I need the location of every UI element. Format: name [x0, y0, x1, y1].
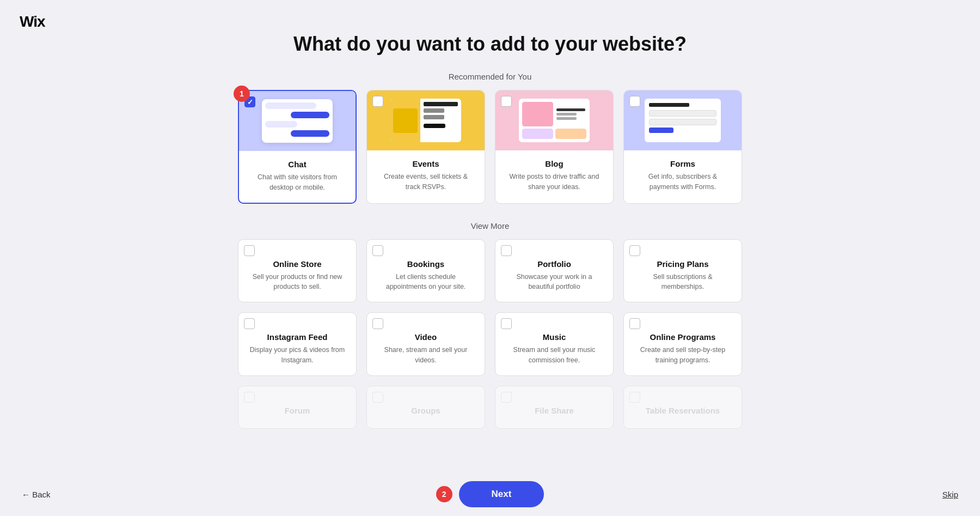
card-forms[interactable]: Forms Get info, subscribers & payments w… — [623, 90, 742, 204]
card-body-portfolio: Portfolio Showcase your work in a beauti… — [495, 240, 613, 302]
card-body-events: Events Create events, sell tickets & tra… — [367, 150, 485, 202]
checkbox-pricing-plans[interactable] — [629, 245, 640, 256]
checkbox-video[interactable] — [372, 318, 383, 329]
next-wrapper: 2 Next — [436, 481, 544, 507]
card-file-share[interactable]: File Share — [495, 386, 614, 429]
card-title-pricing-plans: Pricing Plans — [657, 259, 708, 269]
checkbox-forum[interactable] — [244, 392, 255, 403]
faded-cards-grid: Forum Groups File Share Table Reservatio… — [238, 386, 742, 429]
card-desc-video: Share, stream and sell your videos. — [376, 345, 476, 366]
wix-logo: Wix — [20, 13, 45, 31]
preview-events — [367, 90, 485, 150]
card-body-music: Music Stream and sell your music commiss… — [495, 313, 613, 375]
recommended-label: Recommended for You — [449, 72, 532, 81]
card-groups[interactable]: Groups — [366, 386, 485, 429]
recommended-cards-grid: ✓ Chat Chat with site visitors from — [238, 90, 742, 204]
card-title-instagram-feed: Instagram Feed — [267, 332, 328, 342]
card-blog[interactable]: Blog Write posts to drive traffic and sh… — [495, 90, 614, 204]
card-body-groups: Groups — [402, 386, 449, 428]
view-more-grid-1: Online Store Sell your products or find … — [238, 239, 742, 303]
checkbox-blog[interactable] — [501, 96, 512, 107]
card-title-online-store: Online Store — [273, 259, 321, 269]
card-title-chat: Chat — [288, 160, 306, 169]
card-pricing-plans[interactable]: Pricing Plans Sell subscriptions & membe… — [623, 239, 742, 303]
card-body-blog: Blog Write posts to drive traffic and sh… — [495, 150, 613, 202]
card-desc-forms: Get info, subscribers & payments with Fo… — [633, 172, 733, 192]
card-desc-online-programs: Create and sell step-by-step training pr… — [633, 345, 733, 366]
card-title-forms: Forms — [670, 159, 695, 168]
checkbox-portfolio[interactable] — [501, 245, 512, 256]
card-desc-music: Stream and sell your music commission fr… — [504, 345, 604, 366]
card-image-events — [367, 90, 485, 150]
preview-chat — [239, 91, 356, 151]
card-body-pricing-plans: Pricing Plans Sell subscriptions & membe… — [624, 240, 742, 302]
card-body-online-programs: Online Programs Create and sell step-by-… — [624, 313, 742, 375]
card-title-forum: Forum — [285, 406, 310, 415]
card-body-file-share: File Share — [526, 386, 583, 428]
preview-blog — [495, 90, 613, 150]
checkbox-table-reservations[interactable] — [629, 392, 640, 403]
card-title-groups: Groups — [411, 406, 440, 415]
card-title-events: Events — [412, 159, 439, 168]
preview-forms — [624, 90, 742, 150]
card-desc-events: Create events, sell tickets & track RSVP… — [376, 172, 476, 192]
card-desc-instagram-feed: Display your pics & videos from Instagra… — [247, 345, 347, 366]
card-body-online-store: Online Store Sell your products or find … — [238, 240, 356, 302]
checkbox-file-share[interactable] — [501, 392, 512, 403]
card-portfolio[interactable]: Portfolio Showcase your work in a beauti… — [495, 239, 614, 303]
step2-badge: 2 — [436, 486, 452, 502]
card-online-programs[interactable]: Online Programs Create and sell step-by-… — [623, 312, 742, 376]
card-instagram-feed[interactable]: Instagram Feed Display your pics & video… — [238, 312, 357, 376]
recommended-wrapper: 1 ✓ Ch — [238, 90, 742, 217]
view-more-grid-2: Instagram Feed Display your pics & video… — [238, 312, 742, 376]
card-forum[interactable]: Forum — [238, 386, 357, 429]
checkbox-instagram-feed[interactable] — [244, 318, 255, 329]
card-title-bookings: Bookings — [407, 259, 444, 269]
card-body-bookings: Bookings Let clients schedule appointmen… — [367, 240, 485, 302]
card-image-chat — [239, 91, 356, 151]
checkbox-groups[interactable] — [372, 392, 383, 403]
card-title-music: Music — [543, 332, 566, 342]
card-image-blog — [495, 90, 613, 150]
skip-button[interactable]: Skip — [942, 490, 958, 499]
card-desc-pricing-plans: Sell subscriptions & memberships. — [633, 272, 733, 293]
card-body-instagram-feed: Instagram Feed Display your pics & video… — [238, 313, 356, 375]
card-desc-chat: Chat with site visitors from desktop or … — [248, 172, 347, 193]
card-table-reservations[interactable]: Table Reservations — [623, 386, 742, 429]
card-title-portfolio: Portfolio — [537, 259, 571, 269]
card-video[interactable]: Video Share, stream and sell your videos… — [366, 312, 485, 376]
checkbox-music[interactable] — [501, 318, 512, 329]
card-music[interactable]: Music Stream and sell your music commiss… — [495, 312, 614, 376]
card-title-online-programs: Online Programs — [650, 332, 716, 342]
card-desc-blog: Write posts to drive traffic and share y… — [504, 172, 604, 192]
card-bookings[interactable]: Bookings Let clients schedule appointmen… — [366, 239, 485, 303]
main-container: What do you want to add to your website?… — [0, 0, 980, 483]
checkbox-bookings[interactable] — [372, 245, 383, 256]
card-desc-bookings: Let clients schedule appointments on you… — [376, 272, 476, 293]
step1-badge: 1 — [234, 86, 250, 102]
checkbox-events[interactable] — [372, 96, 383, 107]
card-desc-online-store: Sell your products or find new products … — [247, 272, 347, 293]
card-events[interactable]: Events Create events, sell tickets & tra… — [366, 90, 485, 204]
bottom-bar: ← Back 2 Next Skip — [0, 472, 980, 516]
checkbox-online-programs[interactable] — [629, 318, 640, 329]
card-body-forms: Forms Get info, subscribers & payments w… — [624, 150, 742, 202]
card-online-store[interactable]: Online Store Sell your products or find … — [238, 239, 357, 303]
page-title: What do you want to add to your website? — [293, 33, 687, 56]
back-button[interactable]: ← Back — [22, 490, 51, 499]
card-title-blog: Blog — [545, 159, 563, 168]
card-title-video: Video — [415, 332, 437, 342]
card-title-file-share: File Share — [535, 406, 574, 415]
view-more-label: View More — [471, 221, 510, 230]
card-image-forms — [624, 90, 742, 150]
card-chat[interactable]: ✓ Chat Chat with site visitors from — [238, 90, 357, 204]
card-desc-portfolio: Showcase your work in a beautiful portfo… — [504, 272, 604, 293]
card-body-forum: Forum — [276, 386, 319, 428]
card-body-video: Video Share, stream and sell your videos… — [367, 313, 485, 375]
next-button[interactable]: Next — [459, 481, 544, 507]
card-title-table-reservations: Table Reservations — [646, 406, 720, 415]
card-body-table-reservations: Table Reservations — [637, 386, 728, 428]
checkbox-forms[interactable] — [629, 96, 640, 107]
checkbox-online-store[interactable] — [244, 245, 255, 256]
card-body-chat: Chat Chat with site visitors from deskto… — [239, 151, 356, 203]
